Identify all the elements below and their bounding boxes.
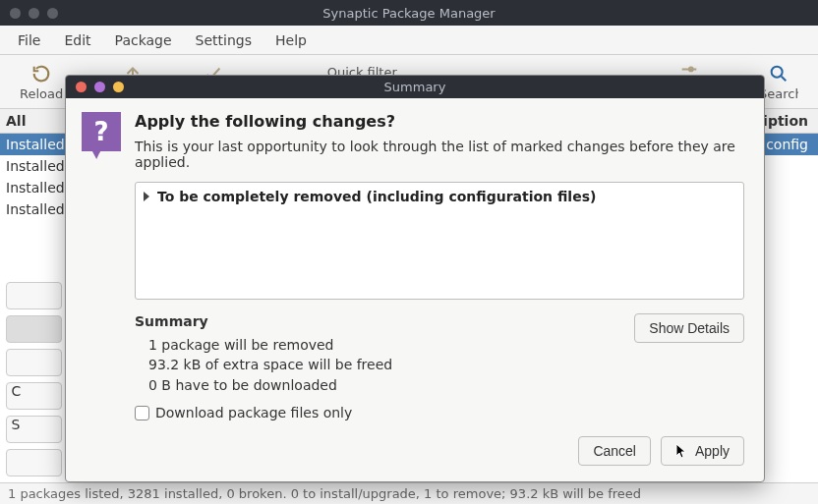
dialog-min-dot[interactable] [94, 82, 105, 92]
sidebar-row[interactable]: Installed [0, 177, 68, 198]
sidebar-row[interactable]: Installed [0, 134, 68, 155]
summary-title: Summary [135, 313, 622, 329]
expand-triangle-icon[interactable] [144, 192, 149, 201]
dialog-titlebar: Summary [66, 76, 764, 98]
download-only-row[interactable]: Download package files only [135, 405, 744, 420]
origin-button[interactable] [6, 349, 62, 376]
search-button[interactable]: Search [759, 63, 798, 101]
apply-button[interactable]: Apply [661, 436, 744, 466]
summary-line-freed: 93.2 kB of extra space will be freed [135, 355, 622, 374]
maximize-dot[interactable] [47, 8, 58, 19]
sidebar-filter-buttons: C S [0, 276, 68, 482]
dialog-subheading: This is your last opportunity to look th… [135, 139, 744, 170]
summary-text-block: Summary 1 package will be removed 93.2 k… [135, 313, 622, 395]
dialog-icon-area: ? [82, 112, 121, 420]
close-dot[interactable] [10, 8, 21, 19]
reload-button[interactable]: Reload [20, 63, 63, 101]
sidebar-row[interactable]: Installed [0, 155, 68, 177]
menu-file[interactable]: File [8, 28, 50, 52]
change-section-label: To be completely removed (including conf… [157, 189, 596, 204]
menu-help[interactable]: Help [265, 28, 317, 52]
custom-button[interactable]: C [6, 382, 62, 410]
apply-label: Apply [695, 443, 730, 459]
minimize-dot[interactable] [29, 8, 39, 19]
summary-line-download: 0 B have to be downloaded [135, 375, 622, 395]
dialog-title: Summary [384, 80, 446, 94]
show-details-button[interactable]: Show Details [634, 313, 744, 343]
sidebar-row[interactable]: Installed [0, 198, 68, 220]
status-text: 1 packages listed, 3281 installed, 0 bro… [8, 486, 641, 501]
menu-edit[interactable]: Edit [54, 28, 100, 52]
sections-button[interactable] [6, 282, 62, 309]
download-only-checkbox[interactable] [135, 406, 149, 420]
dialog-close-dot[interactable] [76, 82, 87, 92]
reload-label: Reload [20, 86, 63, 101]
dialog-action-bar: Cancel Apply [66, 432, 764, 481]
dialog-max-dot[interactable] [113, 82, 124, 92]
summary-dialog: Summary ? Apply the following changes? T… [65, 75, 765, 482]
menu-settings[interactable]: Settings [186, 28, 262, 52]
statusbar: 1 packages listed, 3281 installed, 0 bro… [0, 482, 818, 504]
search-results-button[interactable]: S [6, 416, 62, 443]
dialog-heading: Apply the following changes? [135, 112, 744, 131]
arch-button[interactable] [6, 449, 62, 476]
category-sidebar[interactable]: All Installed Installed Installed Instal… [0, 109, 69, 482]
search-icon [768, 63, 789, 84]
refresh-icon [30, 63, 52, 84]
main-window-titlebar: Synaptic Package Manager [0, 0, 818, 26]
cursor-icon [675, 443, 687, 459]
dialog-window-controls[interactable] [76, 82, 124, 92]
menu-package[interactable]: Package [105, 28, 182, 52]
summary-line-removed: 1 package will be removed [135, 335, 622, 355]
change-section-remove[interactable]: To be completely removed (including conf… [144, 189, 735, 204]
question-icon: ? [82, 112, 121, 151]
window-title: Synaptic Package Manager [322, 6, 495, 21]
window-controls[interactable] [10, 8, 58, 19]
status-button[interactable] [6, 315, 62, 343]
download-only-label: Download package files only [155, 405, 352, 420]
changes-tree[interactable]: To be completely removed (including conf… [135, 182, 744, 300]
sidebar-header[interactable]: All [0, 109, 68, 134]
svg-point-2 [772, 66, 783, 77]
search-label: Search [759, 86, 798, 101]
cancel-button[interactable]: Cancel [578, 436, 651, 466]
menubar: File Edit Package Settings Help [0, 26, 818, 55]
